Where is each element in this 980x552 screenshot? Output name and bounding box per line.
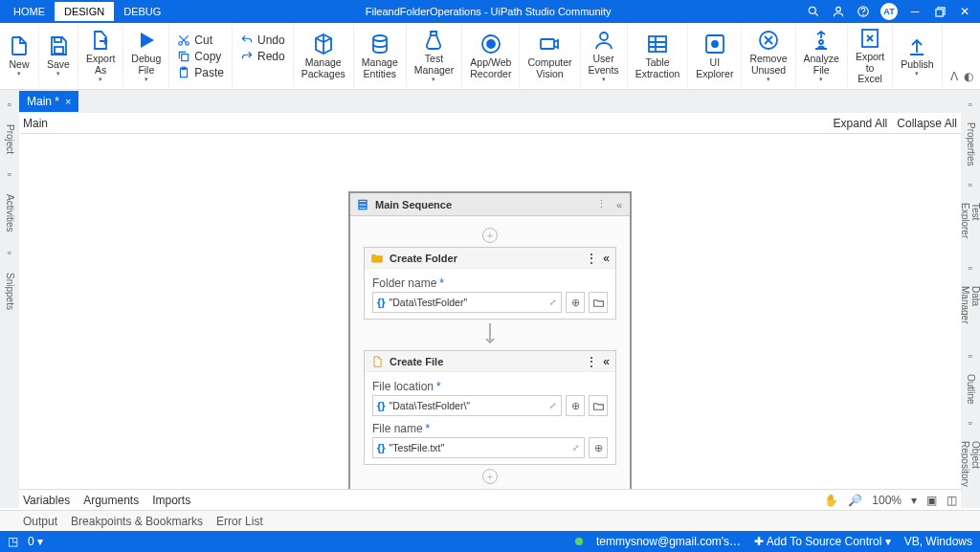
new-button[interactable]: New▾ <box>0 25 39 87</box>
outline-icon[interactable]: ▫ <box>969 349 972 363</box>
create-folder-activity[interactable]: Create Folder ⋮ « Folder name * {} "Data… <box>364 247 616 320</box>
search-icon[interactable] <box>806 4 821 19</box>
maximize-icon[interactable] <box>932 4 947 19</box>
browse-folder-button[interactable] <box>589 395 608 416</box>
right-tab-outline[interactable]: Outline <box>964 372 978 407</box>
table-extraction-button[interactable]: Table Extraction <box>628 25 689 87</box>
sequence-header[interactable]: Main Sequence ⋮ « <box>350 193 630 216</box>
ui-explorer-button[interactable]: UI Explorer <box>688 25 742 87</box>
collapse-icon[interactable]: « <box>603 252 610 265</box>
zoom-dropdown-icon[interactable]: ▾ <box>911 494 917 507</box>
export-excel-button[interactable]: Export to Excel <box>848 25 893 87</box>
arguments-tab[interactable]: Arguments <box>83 494 139 507</box>
status-count[interactable]: 0 ▾ <box>28 535 43 548</box>
left-tab-snippets[interactable]: Snippets <box>3 271 17 312</box>
output-tab[interactable]: Output <box>23 515 57 528</box>
project-icon[interactable]: ▫ <box>8 98 11 111</box>
test-manager-button[interactable]: Test Manager▾ <box>407 25 462 87</box>
ribbon-collapse[interactable]: ᐱ ◐ <box>943 25 980 87</box>
workflow-canvas[interactable]: Main Sequence ⋮ « + Create Folder ⋮ « Fo… <box>19 134 961 489</box>
add-source-control[interactable]: ✚ Add To Source Control ▾ <box>754 535 891 548</box>
manage-packages-button[interactable]: Manage Packages <box>294 25 354 87</box>
manage-entities-button[interactable]: Manage Entities <box>354 25 407 87</box>
imports-tab[interactable]: Imports <box>152 494 190 507</box>
variables-tab[interactable]: Variables <box>23 494 70 507</box>
more-icon[interactable]: ⋮ <box>586 355 597 368</box>
more-icon[interactable]: ⋮ <box>586 252 597 265</box>
properties-icon[interactable]: ▫ <box>969 98 972 111</box>
add-activity-bottom[interactable]: + <box>482 469 498 484</box>
close-icon[interactable]: ✕ <box>957 4 972 19</box>
zoom-level[interactable]: 100% <box>872 494 902 507</box>
file-location-input[interactable]: {} "Data\TestFolder\" ⤢ <box>372 395 562 416</box>
breakpoints-tab[interactable]: Breakpoints & Bookmarks <box>71 515 203 528</box>
overview-icon[interactable]: ◫ <box>947 494 957 507</box>
svg-rect-7 <box>55 47 63 54</box>
breadcrumb-main[interactable]: Main <box>23 117 48 130</box>
fit-icon[interactable]: ▣ <box>926 494 937 507</box>
expand-icon[interactable]: ⤢ <box>549 401 557 410</box>
file-icon <box>370 355 384 368</box>
pan-icon[interactable]: ✋ <box>824 494 838 507</box>
right-tab-properties[interactable]: Properties <box>964 121 978 168</box>
collapse-all[interactable]: Collapse All <box>897 117 957 130</box>
undo-button[interactable]: Undo <box>238 33 287 48</box>
snippets-icon[interactable]: ▫ <box>8 246 11 259</box>
right-tab-test-explorer[interactable]: Test Explorer <box>958 201 980 253</box>
zoom-search-icon[interactable]: 🔎 <box>848 494 862 507</box>
test-explorer-icon[interactable]: ▫ <box>969 178 972 191</box>
browse-folder-button[interactable] <box>589 292 608 313</box>
data-manager-icon[interactable]: ▫ <box>969 261 972 275</box>
tab-main[interactable]: Main * × <box>19 91 78 112</box>
menu-debug[interactable]: DEBUG <box>114 2 170 21</box>
paste-button[interactable]: Paste <box>175 65 226 80</box>
help-icon[interactable] <box>856 4 871 19</box>
app-title: FileandFolderOperations - UiPath Studio … <box>170 6 806 17</box>
right-tab-object-repository[interactable]: Object Repository <box>958 439 980 508</box>
export-as-button[interactable]: Export As▾ <box>78 25 123 87</box>
expand-icon[interactable]: ⤢ <box>549 298 557 307</box>
title-controls: AT ─ ✕ <box>806 3 976 20</box>
user-events-button[interactable]: User Events▾ <box>581 25 628 87</box>
status-flag-icon[interactable]: ◳ <box>8 535 18 548</box>
expand-all[interactable]: Expand All <box>834 117 888 130</box>
copy-button[interactable]: Copy <box>175 49 226 64</box>
connector-arrow <box>364 323 616 346</box>
cut-button[interactable]: Cut <box>175 33 226 48</box>
collapse-icon[interactable]: « <box>603 355 610 368</box>
more-icon[interactable]: ⋮ <box>594 198 609 210</box>
plus-button[interactable]: ⊕ <box>566 395 585 416</box>
error-list-tab[interactable]: Error List <box>216 515 263 528</box>
activities-icon[interactable]: ▫ <box>8 167 11 181</box>
svg-point-15 <box>487 40 495 48</box>
debug-file-button[interactable]: Debug File▾ <box>123 25 169 87</box>
main-sequence[interactable]: Main Sequence ⋮ « + Create Folder ⋮ « Fo… <box>348 191 632 489</box>
expand-icon[interactable]: ⤢ <box>572 443 580 453</box>
create-file-activity[interactable]: Create File ⋮ « File location * {} "Data… <box>364 350 616 465</box>
menu-home[interactable]: HOME <box>4 2 55 21</box>
close-tab-icon[interactable]: × <box>65 96 71 107</box>
plus-button[interactable]: ⊕ <box>589 437 608 458</box>
publish-button[interactable]: Publish▾ <box>893 25 942 87</box>
status-email[interactable]: temmysnow@gmail.com's… <box>596 535 741 548</box>
object-repo-icon[interactable]: ▫ <box>969 416 972 430</box>
left-tab-project[interactable]: Project <box>3 122 17 156</box>
collapse-icon[interactable]: « <box>614 199 624 210</box>
menu-design[interactable]: DESIGN <box>55 2 114 21</box>
app-web-recorder-button[interactable]: App/Web Recorder <box>462 25 520 87</box>
add-activity-top[interactable]: + <box>482 228 498 243</box>
file-name-input[interactable]: {} "TestFile.txt" ⤢ <box>372 437 585 458</box>
analyze-file-button[interactable]: Analyze File▾ <box>796 25 848 87</box>
computer-vision-button[interactable]: Computer Vision <box>520 25 580 87</box>
redo-button[interactable]: Redo <box>238 49 287 64</box>
folder-name-input[interactable]: {} "Data\TestFolder" ⤢ <box>372 292 562 313</box>
feedback-icon[interactable] <box>831 4 846 19</box>
avatar[interactable]: AT <box>880 3 898 20</box>
right-tab-data-manager[interactable]: Data Manager <box>958 284 980 340</box>
remove-unused-button[interactable]: Remove Unused▾ <box>742 25 795 87</box>
left-tab-activities[interactable]: Activities <box>3 192 17 233</box>
minimize-icon[interactable]: ─ <box>907 4 923 19</box>
plus-button[interactable]: ⊕ <box>566 292 585 313</box>
svg-rect-25 <box>359 203 367 205</box>
save-button[interactable]: Save▾ <box>39 25 78 87</box>
